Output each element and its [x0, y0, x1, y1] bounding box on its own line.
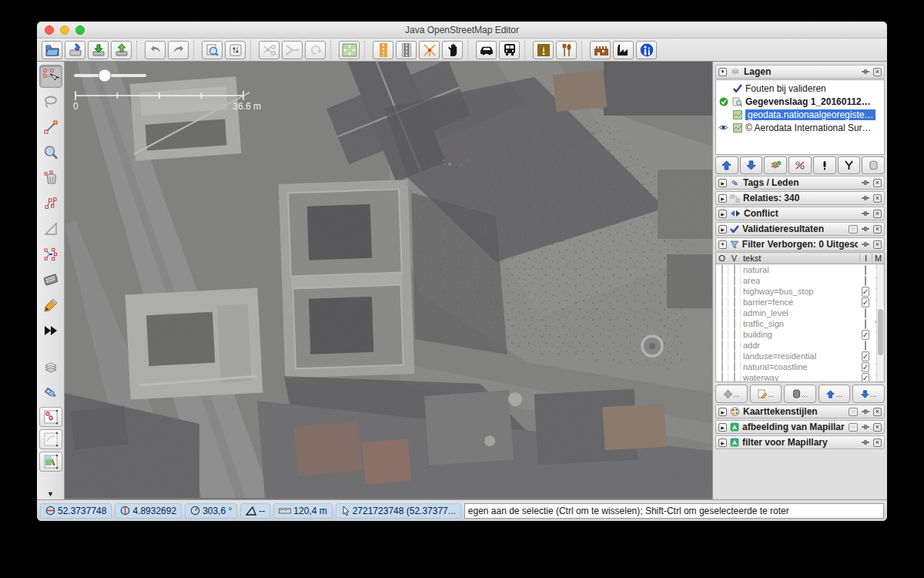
draw-node-tool-button[interactable]	[39, 116, 62, 139]
layers-panel-header[interactable]: ▼ Lagen ×	[715, 65, 885, 79]
layer-row-data[interactable]: Gegevenslaag 1_20160112…	[716, 95, 884, 108]
tags-panel-toggle[interactable]	[39, 381, 62, 405]
pin-icon[interactable]	[861, 408, 870, 415]
update-data-button[interactable]	[305, 41, 326, 59]
relations-panel-header[interactable]: ▶ Relaties: 340 ×	[715, 191, 885, 205]
pin-icon[interactable]	[861, 423, 870, 431]
lasso-tool-button[interactable]	[39, 90, 62, 113]
tags-panel-header[interactable]: ▶ Tags / Leden ×	[715, 176, 885, 190]
industry-poi-button[interactable]	[613, 41, 634, 59]
expand-icon[interactable]: ▶	[718, 225, 727, 234]
move-layer-up-button[interactable]	[715, 156, 738, 174]
zoom-to-data-button[interactable]	[339, 41, 360, 59]
filter-row[interactable]: barrier=fence✓T	[716, 297, 884, 307]
expand-icon[interactable]: ▶	[718, 210, 727, 218]
panel-menu-button[interactable]: ∵	[849, 423, 858, 432]
conflict-panel-header[interactable]: ▶ Conflict ×	[715, 207, 885, 220]
filter-row[interactable]: landuse=residential✓T	[716, 351, 884, 361]
filter-panel-header[interactable]: ▼ Filter Verborgen: 0 Uitgesc ×	[715, 237, 885, 251]
filter-row[interactable]: waterway✓T	[716, 372, 884, 382]
delete-tool-button[interactable]	[39, 166, 62, 190]
car-button[interactable]	[476, 41, 497, 59]
mapillary-image-panel-header[interactable]: ▶ afbeelding van Mapillar ∵ ×	[715, 420, 885, 434]
collapse-icon[interactable]: ▼	[718, 240, 727, 249]
filter-row[interactable]: highway=bus_stop✓T	[716, 286, 884, 297]
toolbar-overflow-icon[interactable]: ▼	[47, 490, 54, 498]
pin-icon[interactable]	[861, 194, 870, 202]
pin-icon[interactable]	[861, 179, 870, 187]
panel-menu-button[interactable]: ∵	[849, 408, 858, 416]
longitude-field[interactable]: 4.8932692	[115, 503, 182, 519]
edit-filter-button[interactable]: ...	[750, 385, 782, 403]
expand-icon[interactable]: ▶	[718, 423, 727, 432]
close-panel-icon[interactable]: ×	[873, 194, 882, 203]
layer-row-validation[interactable]: Fouten bij valideren	[716, 82, 884, 95]
split-way-button[interactable]	[259, 41, 280, 59]
validation-panel-header[interactable]: ▶ Validatieresultaten ∵ ×	[715, 222, 885, 236]
layers-panel-toggle[interactable]	[39, 356, 62, 379]
close-panel-icon[interactable]: ×	[873, 179, 882, 187]
add-filter-button[interactable]: ...	[715, 385, 748, 403]
pin-icon[interactable]	[861, 210, 870, 217]
filter-row[interactable]: natural=coastline✓T	[716, 361, 884, 372]
pin-icon[interactable]	[861, 68, 870, 76]
undo-button[interactable]	[145, 41, 166, 59]
filter-row[interactable]: addrT	[716, 340, 884, 351]
expand-icon[interactable]: ▶	[718, 179, 727, 187]
move-filter-up-button[interactable]: ...	[819, 385, 851, 403]
lane-button[interactable]	[373, 41, 393, 59]
expand-icon[interactable]: ▶	[718, 408, 727, 416]
filter-row[interactable]: admin_levelT	[716, 307, 884, 318]
extrude-tool-button[interactable]	[39, 217, 62, 240]
preferences-button[interactable]	[225, 41, 246, 59]
latitude-field[interactable]: 52.3737748	[40, 503, 112, 519]
pan-button[interactable]	[442, 41, 463, 59]
close-panel-icon[interactable]: ×	[873, 439, 882, 447]
filter-row[interactable]: naturalT	[716, 264, 884, 275]
panel-menu-button[interactable]: ∵	[849, 225, 858, 234]
activate-layer-button[interactable]	[764, 156, 787, 174]
parallel-tool-button[interactable]	[39, 243, 62, 266]
layer-row-aerodata[interactable]: © Aerodata International Sur…	[716, 121, 884, 134]
layer-opacity-button[interactable]	[788, 156, 812, 174]
layer-row-geodata[interactable]: geodata.nationaalgeoregiste…	[716, 108, 884, 121]
filter-row[interactable]: areaT	[716, 275, 884, 286]
merge-layer-button[interactable]	[838, 156, 861, 174]
filter-row[interactable]: building✓T	[716, 329, 884, 340]
close-panel-icon[interactable]: ×	[873, 225, 882, 234]
filter-scrollbar[interactable]	[876, 264, 884, 381]
close-panel-icon[interactable]: ×	[873, 240, 882, 249]
select-tool-button[interactable]	[39, 65, 62, 88]
bus-button[interactable]	[499, 41, 520, 59]
warning-poi-button[interactable]	[533, 41, 554, 59]
layer-marker-button[interactable]	[813, 156, 836, 174]
mapillary-filter-panel-header[interactable]: ▶ filter voor Mapillary ×	[715, 435, 885, 449]
heading-field[interactable]: 303,6 °	[185, 503, 237, 519]
pin-icon[interactable]	[861, 439, 870, 446]
junction-button[interactable]	[419, 41, 440, 59]
map-styles-panel-header[interactable]: ▶ Kaarttekenstijlen ∵ ×	[715, 405, 885, 418]
close-panel-icon[interactable]: ×	[873, 210, 882, 218]
object-id-field[interactable]: 2721723748 (52.37377...	[336, 503, 461, 519]
close-panel-icon[interactable]: ×	[873, 68, 882, 76]
delete-filter-button[interactable]: ...	[784, 385, 816, 403]
road-button[interactable]	[396, 41, 417, 59]
pin-icon[interactable]	[861, 240, 870, 248]
more-tools-button[interactable]	[39, 319, 62, 342]
relations-panel-toggle[interactable]: ▲▼	[39, 407, 62, 427]
expand-icon[interactable]: ▶	[718, 194, 727, 203]
move-filter-down-button[interactable]: ...	[852, 385, 885, 403]
selection-panel-toggle[interactable]: ▲▼	[39, 429, 62, 449]
redo-button[interactable]	[168, 41, 189, 59]
close-panel-icon[interactable]: ×	[873, 408, 882, 416]
castle-poi-button[interactable]	[590, 41, 611, 59]
map-canvas[interactable]: 0 36.6 m	[65, 62, 712, 499]
distance-field[interactable]: 120,4 m	[273, 503, 332, 519]
building-tool-button[interactable]	[39, 268, 62, 291]
restaurant-poi-button[interactable]	[556, 41, 577, 59]
angle-field[interactable]: --	[240, 503, 270, 519]
upload-button[interactable]	[111, 41, 132, 59]
zoom-tool-button[interactable]	[39, 141, 62, 164]
improve-accuracy-tool-button[interactable]	[39, 294, 62, 317]
combine-way-button[interactable]	[282, 41, 303, 59]
